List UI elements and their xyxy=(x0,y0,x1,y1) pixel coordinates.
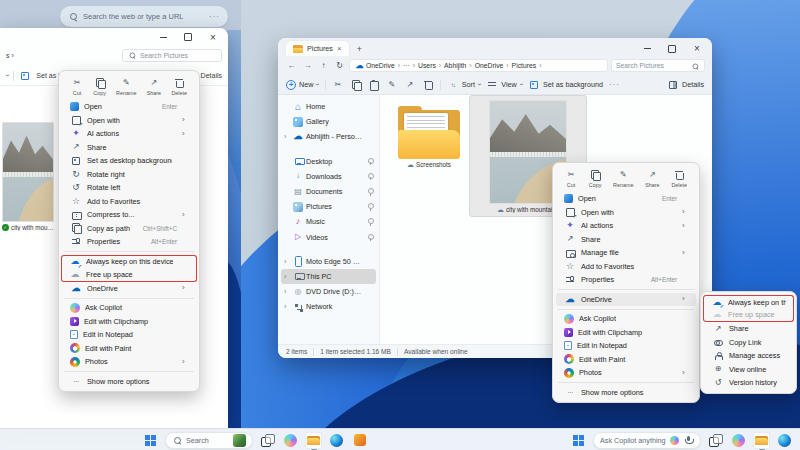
cut-icon[interactable] xyxy=(332,79,344,91)
new-button[interactable]: New xyxy=(286,80,319,90)
sidebar-item[interactable]: Gallery xyxy=(281,114,376,129)
menu-item[interactable]: Rotate left xyxy=(62,181,196,195)
task-view-button[interactable] xyxy=(259,432,276,449)
bing-daily-image[interactable] xyxy=(233,434,246,447)
submenu-item[interactable]: Version history xyxy=(704,376,793,390)
minimize-button[interactable] xyxy=(642,44,652,54)
chevron-down-icon[interactable] xyxy=(4,74,11,76)
menu-item[interactable]: Compress to... xyxy=(62,208,196,222)
microphone-icon[interactable] xyxy=(683,435,694,446)
breadcrumb-item[interactable]: OneDrive xyxy=(475,62,512,69)
menu-item[interactable]: Copy as path Ctrl+Shift+C xyxy=(62,222,196,236)
quick-action[interactable]: Delete xyxy=(671,169,687,188)
menu-item[interactable]: Properties Alt+Enter xyxy=(62,235,196,249)
sort-button[interactable]: Sort xyxy=(447,79,481,91)
submenu-item[interactable]: View online xyxy=(704,363,793,377)
menu-item[interactable]: Properties Alt+Enter xyxy=(556,273,696,287)
menu-item[interactable]: Open with xyxy=(556,206,696,220)
paste-icon[interactable] xyxy=(368,79,380,91)
breadcrumb-item[interactable]: Users xyxy=(418,62,444,69)
quick-action[interactable]: Cut xyxy=(565,169,577,188)
delete-icon[interactable] xyxy=(422,79,434,91)
close-button[interactable] xyxy=(692,44,702,54)
back-icon[interactable] xyxy=(285,59,298,72)
file-explorer-button[interactable] xyxy=(305,432,322,449)
tab-close-icon[interactable] xyxy=(337,44,342,53)
close-button[interactable] xyxy=(208,32,218,42)
sidebar-item[interactable]: Documents xyxy=(281,184,376,199)
menu-item[interactable]: Open Enter xyxy=(556,192,696,206)
submenu-item[interactable]: Always keep on this device xyxy=(703,295,794,309)
menu-item[interactable]: Edit with Paint xyxy=(556,353,696,367)
submenu-item[interactable]: Copy Link xyxy=(704,336,793,350)
quick-action[interactable]: Delete xyxy=(171,77,187,96)
up-icon[interactable] xyxy=(317,59,330,72)
submenu-item[interactable]: Share xyxy=(704,322,793,336)
edge-button[interactable] xyxy=(776,432,793,449)
menu-item[interactable]: Photos xyxy=(62,355,196,369)
menu-item[interactable]: Share xyxy=(556,233,696,247)
sidebar-item[interactable]: Music xyxy=(281,214,376,229)
sidebar-item[interactable]: Videos xyxy=(281,230,376,245)
copilot-button[interactable] xyxy=(282,432,299,449)
browser-search-bar[interactable]: ··· xyxy=(60,6,228,27)
menu-item[interactable]: Show more options xyxy=(62,375,196,389)
sidebar-item[interactable]: Home xyxy=(281,99,376,114)
menu-item[interactable]: Rotate right xyxy=(62,168,196,182)
menu-item[interactable]: Share xyxy=(62,141,196,155)
sidebar-item[interactable]: DVD Drive (D:) CCC xyxy=(281,284,376,299)
submenu-item[interactable]: Free up space xyxy=(703,309,794,323)
menu-item[interactable]: AI actions xyxy=(62,127,196,141)
taskbar-search[interactable]: Search xyxy=(165,432,253,449)
file-explorer-button[interactable] xyxy=(753,432,770,449)
breadcrumb-fragment[interactable]: s › xyxy=(6,52,14,59)
sidebar-item[interactable]: Downloads xyxy=(281,169,376,184)
menu-item[interactable]: Photos xyxy=(556,366,696,380)
copy-icon[interactable] xyxy=(350,79,362,91)
menu-item[interactable]: Open with xyxy=(62,114,196,128)
sidebar-item[interactable]: This PC xyxy=(281,269,376,284)
sidebar-item[interactable]: Pictures xyxy=(281,199,376,214)
breadcrumb-item[interactable]: Pictures xyxy=(512,62,545,69)
task-view-button[interactable] xyxy=(707,432,724,449)
breadcrumb-item[interactable]: Abhijith xyxy=(444,62,475,69)
menu-item[interactable]: Always keep on this device xyxy=(61,255,197,269)
maximize-button[interactable] xyxy=(667,44,677,54)
rename-icon[interactable] xyxy=(386,79,398,91)
menu-item[interactable]: Set as desktop background xyxy=(62,154,196,168)
menu-item[interactable]: Edit with Clipchamp xyxy=(62,315,196,329)
minimize-button[interactable] xyxy=(158,32,168,42)
copilot-button[interactable] xyxy=(730,432,747,449)
app-button-orange[interactable] xyxy=(351,432,368,449)
more-icon[interactable]: ··· xyxy=(609,80,620,89)
search-input[interactable] xyxy=(616,62,688,69)
menu-item[interactable]: Edit with Clipchamp xyxy=(556,326,696,340)
left-search-box[interactable] xyxy=(122,49,222,62)
maximize-button[interactable] xyxy=(183,32,193,42)
quick-action[interactable]: Share xyxy=(147,77,161,96)
set-as-background-button[interactable]: Set as background xyxy=(528,79,603,91)
menu-item[interactable]: Open Enter xyxy=(62,100,196,114)
browser-search-input[interactable] xyxy=(83,12,204,21)
search-box[interactable] xyxy=(611,59,705,72)
details-button[interactable]: Details xyxy=(667,79,704,91)
sidebar-item[interactable]: Desktop xyxy=(281,154,376,169)
left-search-input[interactable] xyxy=(140,52,217,59)
breadcrumb-item[interactable]: OneDrive xyxy=(366,62,403,69)
submenu-item[interactable]: Manage access xyxy=(704,349,793,363)
new-tab-button[interactable] xyxy=(357,44,362,54)
edge-button[interactable] xyxy=(328,432,345,449)
menu-item[interactable]: OneDrive xyxy=(556,293,696,307)
sidebar-item[interactable]: Moto Edge 50 Neo xyxy=(281,254,376,269)
menu-item[interactable]: Edit in Notepad xyxy=(556,339,696,353)
menu-item[interactable]: Add to Favorites xyxy=(62,195,196,209)
taskbar-copilot-search[interactable]: Ask Copilot anything xyxy=(593,432,701,449)
menu-item[interactable]: AI actions xyxy=(556,219,696,233)
quick-action[interactable]: Rename xyxy=(116,77,136,96)
file-tile-city-photo[interactable]: city with mountains xyxy=(2,122,56,231)
view-button[interactable]: View xyxy=(486,79,522,91)
share-icon[interactable] xyxy=(404,79,416,91)
breadcrumb-item[interactable]: ··· xyxy=(403,62,418,69)
menu-item[interactable]: Free up space xyxy=(61,268,197,282)
menu-item[interactable]: Edit in Notepad xyxy=(62,328,196,342)
